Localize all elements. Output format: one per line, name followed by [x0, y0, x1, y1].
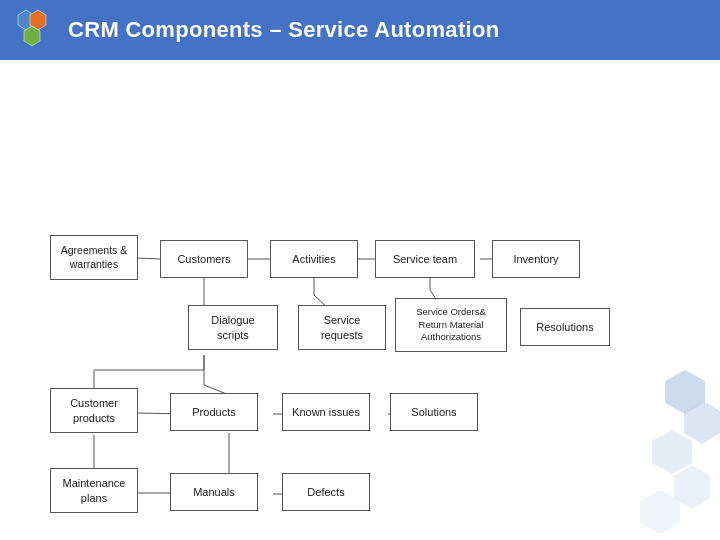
page-title: CRM Components – Service Automation	[68, 17, 499, 43]
decorative-hexagons	[630, 360, 720, 540]
box-service-requests: Servicerequests	[298, 305, 386, 350]
main-content: Agreements &warranties Customers Activit…	[0, 60, 720, 540]
box-customer-products: Customerproducts	[50, 388, 138, 433]
box-inventory: Inventory	[492, 240, 580, 278]
box-manuals: Manuals	[170, 473, 258, 511]
box-maintenance-plans: Maintenanceplans	[50, 468, 138, 513]
box-known-issues: Known issues	[282, 393, 370, 431]
box-products: Products	[170, 393, 258, 431]
box-service-orders: Service Orders&Return MaterialAuthorizat…	[395, 298, 507, 352]
header: CRM Components – Service Automation	[0, 0, 720, 60]
svg-line-3	[138, 258, 160, 259]
logo	[12, 8, 56, 52]
box-customers: Customers	[160, 240, 248, 278]
box-agreements: Agreements &warranties	[50, 235, 138, 280]
box-resolutions: Resolutions	[520, 308, 610, 346]
box-activities: Activities	[270, 240, 358, 278]
box-service-team: Service team	[375, 240, 475, 278]
box-defects: Defects	[282, 473, 370, 511]
box-solutions: Solutions	[390, 393, 478, 431]
connectors-svg	[30, 80, 680, 520]
diagram: Agreements &warranties Customers Activit…	[30, 80, 680, 520]
box-dialogue-scripts: Dialoguescripts	[188, 305, 278, 350]
svg-marker-28	[652, 430, 692, 474]
